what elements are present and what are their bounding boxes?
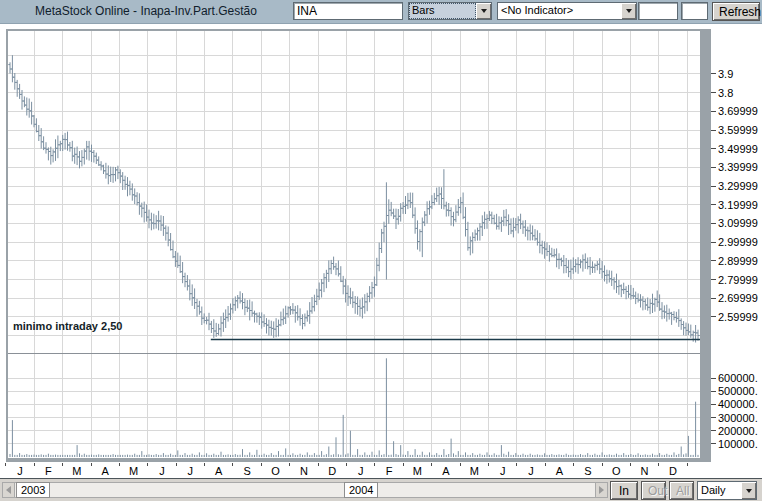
svg-text:J: J [358, 465, 364, 477]
svg-text:M: M [72, 465, 81, 477]
svg-text:S: S [243, 465, 250, 477]
svg-text:3.9: 3.9 [718, 68, 733, 80]
svg-text:2.59999: 2.59999 [718, 311, 758, 323]
time-scrollbar-row: 2003 2004 In Out All Daily [0, 478, 762, 501]
zoom-out-button[interactable]: Out [641, 481, 666, 500]
period-dropdown-button[interactable] [741, 482, 756, 499]
scroll-left-button[interactable] [2, 482, 15, 498]
svg-text:N: N [300, 465, 308, 477]
svg-text:100000.: 100000. [718, 438, 758, 450]
svg-text:300000.: 300000. [718, 412, 758, 424]
svg-text:N: N [641, 465, 649, 477]
svg-text:O: O [612, 465, 621, 477]
year-label-2004: 2004 [344, 482, 378, 498]
period-select[interactable]: Daily [697, 481, 757, 500]
svg-text:3.49999: 3.49999 [718, 143, 758, 155]
chevron-down-icon [746, 489, 752, 493]
svg-text:A: A [442, 465, 450, 477]
svg-text:A: A [556, 465, 564, 477]
svg-text:A: A [215, 465, 223, 477]
chart-annotation: minimo intraday 2,50 [13, 320, 122, 332]
svg-text:F: F [45, 465, 52, 477]
svg-text:200000.: 200000. [718, 425, 758, 437]
svg-text:2.99999: 2.99999 [718, 236, 758, 248]
zoom-all-button[interactable]: All [669, 481, 694, 500]
svg-text:D: D [328, 465, 336, 477]
left-arrow-icon [6, 486, 11, 494]
svg-text:3.19999: 3.19999 [718, 199, 758, 211]
svg-text:M: M [129, 465, 138, 477]
svg-text:500000.: 500000. [718, 385, 758, 397]
svg-text:A: A [101, 465, 109, 477]
svg-text:M: M [470, 465, 479, 477]
time-scrollbar[interactable] [2, 482, 608, 498]
svg-text:2.69999: 2.69999 [718, 292, 758, 304]
svg-text:J: J [500, 465, 506, 477]
svg-text:J: J [528, 465, 534, 477]
svg-text:J: J [159, 465, 165, 477]
svg-text:S: S [584, 465, 591, 477]
right-arrow-icon [599, 486, 604, 494]
svg-text:2.89999: 2.89999 [718, 255, 758, 267]
svg-text:J: J [188, 465, 194, 477]
svg-text:3.09999: 3.09999 [718, 217, 758, 229]
svg-text:600000.: 600000. [718, 372, 758, 384]
zoom-in-button[interactable]: In [610, 481, 638, 500]
year-label-2003: 2003 [16, 482, 50, 498]
svg-text:400000.: 400000. [718, 398, 758, 410]
svg-text:3.59999: 3.59999 [718, 124, 758, 136]
svg-text:J: J [17, 465, 23, 477]
svg-text:D: D [669, 465, 677, 477]
svg-text:O: O [271, 465, 280, 477]
svg-text:3.8: 3.8 [718, 87, 733, 99]
metastock-window: MetaStock Online - Inapa-Inv.Part.Gestão… [0, 0, 762, 501]
svg-text:3.29999: 3.29999 [718, 180, 758, 192]
svg-text:3.69999: 3.69999 [718, 105, 758, 117]
svg-text:F: F [386, 465, 393, 477]
period-value: Daily [698, 482, 741, 499]
svg-text:M: M [413, 465, 422, 477]
svg-text:3.39999: 3.39999 [718, 161, 758, 173]
svg-text:2.79999: 2.79999 [718, 274, 758, 286]
price-volume-chart: 3.93.83.699993.599993.499993.399993.2999… [0, 0, 762, 478]
scroll-right-button[interactable] [595, 482, 608, 498]
